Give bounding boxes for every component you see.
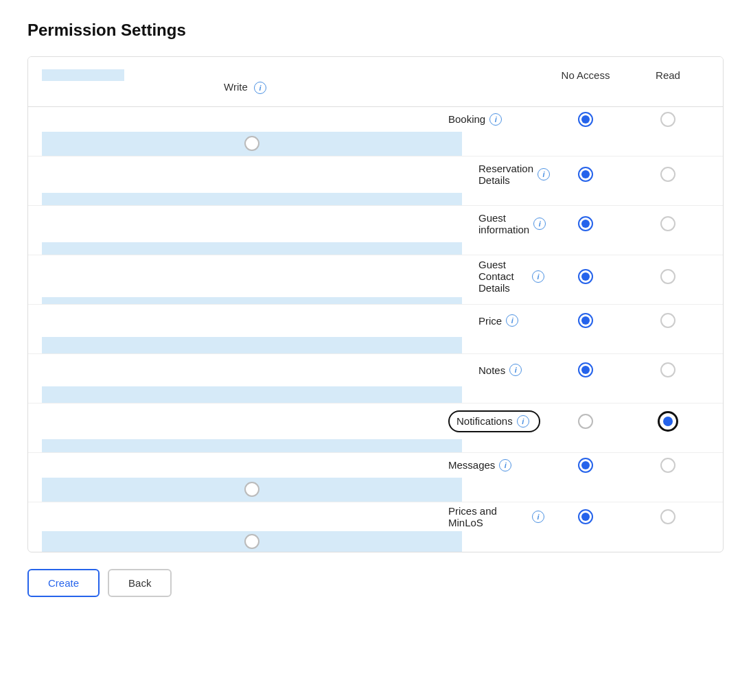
guest-info-write bbox=[42, 242, 462, 255]
radio-booking-read[interactable] bbox=[660, 112, 675, 127]
row-booking-label: Booking i bbox=[448, 113, 544, 126]
header-read: Read bbox=[627, 69, 709, 81]
radio-notifications-no-access[interactable] bbox=[578, 414, 593, 429]
back-button[interactable]: Back bbox=[108, 569, 172, 597]
notifications-read[interactable] bbox=[627, 404, 709, 439]
notes-write bbox=[42, 386, 462, 404]
radio-reservation-read[interactable] bbox=[660, 167, 675, 182]
reservation-no-access[interactable] bbox=[544, 156, 627, 193]
radio-notes-no-access[interactable] bbox=[578, 362, 593, 377]
table-row: Guest Contact Details i bbox=[28, 255, 723, 305]
radio-booking-no-access[interactable] bbox=[578, 112, 593, 127]
radio-messages-no-access[interactable] bbox=[578, 458, 593, 473]
row-prices-minlos-label: Prices and MinLoS i bbox=[448, 505, 544, 528]
radio-guest-contact-no-access[interactable] bbox=[578, 269, 593, 284]
guest-info-read[interactable] bbox=[627, 206, 709, 242]
notes-no-access[interactable] bbox=[544, 354, 627, 386]
radio-guest-info-read[interactable] bbox=[660, 216, 675, 231]
footer-buttons: Create Back bbox=[27, 569, 724, 597]
messages-no-access[interactable] bbox=[544, 453, 627, 478]
table-row: Booking i bbox=[28, 107, 723, 156]
row-guest-contact-label: Guest Contact Details i bbox=[448, 259, 544, 294]
messages-write[interactable] bbox=[42, 478, 462, 502]
booking-read[interactable] bbox=[627, 107, 709, 132]
permission-table: No Access Read Write i Booking i Reserva… bbox=[27, 56, 724, 552]
table-row: Guest information i bbox=[28, 206, 723, 255]
radio-prices-minlos-write[interactable] bbox=[244, 534, 259, 549]
notifications-write bbox=[42, 439, 462, 453]
radio-booking-write[interactable] bbox=[244, 136, 259, 151]
row-price-label: Price i bbox=[448, 314, 544, 327]
prices-minlos-no-access[interactable] bbox=[544, 502, 627, 531]
write-info-icon[interactable]: i bbox=[254, 82, 266, 94]
guest-contact-info-icon[interactable]: i bbox=[532, 270, 544, 283]
booking-no-access[interactable] bbox=[544, 107, 627, 132]
radio-notifications-read[interactable] bbox=[658, 411, 678, 432]
radio-prices-minlos-read[interactable] bbox=[660, 509, 675, 524]
header-write: Write i bbox=[42, 81, 448, 94]
page-title: Permission Settings bbox=[27, 21, 724, 40]
messages-read[interactable] bbox=[627, 453, 709, 478]
radio-guest-contact-read[interactable] bbox=[660, 269, 675, 284]
table-row: Price i bbox=[28, 305, 723, 354]
row-notifications-label: Notifications i bbox=[448, 410, 544, 432]
prices-minlos-read[interactable] bbox=[627, 502, 709, 531]
header-label-col bbox=[448, 69, 544, 81]
booking-info-icon[interactable]: i bbox=[489, 113, 502, 126]
price-read[interactable] bbox=[627, 305, 709, 337]
price-info-icon[interactable]: i bbox=[506, 314, 518, 327]
table-row: Reservation Details i bbox=[28, 156, 723, 206]
booking-write[interactable] bbox=[42, 132, 462, 156]
radio-notes-read[interactable] bbox=[660, 362, 675, 377]
prices-minlos-info-icon[interactable]: i bbox=[532, 511, 544, 523]
radio-price-read[interactable] bbox=[660, 313, 675, 328]
reservation-read[interactable] bbox=[627, 156, 709, 193]
guest-contact-no-access[interactable] bbox=[544, 255, 627, 297]
radio-messages-read[interactable] bbox=[660, 458, 675, 473]
guest-info-no-access[interactable] bbox=[544, 206, 627, 242]
create-button[interactable]: Create bbox=[27, 569, 100, 597]
prices-minlos-write[interactable] bbox=[42, 531, 462, 552]
messages-info-icon[interactable]: i bbox=[499, 459, 511, 471]
radio-guest-info-no-access[interactable] bbox=[578, 216, 593, 231]
radio-price-no-access[interactable] bbox=[578, 313, 593, 328]
header-no-access: No Access bbox=[544, 69, 627, 81]
price-no-access[interactable] bbox=[544, 305, 627, 337]
table-row-notifications: Notifications i bbox=[28, 404, 723, 453]
table-row: Notes i bbox=[28, 354, 723, 404]
guest-contact-read[interactable] bbox=[627, 255, 709, 297]
row-notes-label: Notes i bbox=[448, 364, 544, 376]
row-messages-label: Messages i bbox=[448, 459, 544, 471]
table-row: Messages i bbox=[28, 453, 723, 502]
reservation-write bbox=[42, 193, 462, 206]
row-guest-info-label: Guest information i bbox=[448, 212, 544, 235]
table-header: No Access Read Write i bbox=[28, 57, 723, 107]
notes-info-icon[interactable]: i bbox=[509, 364, 522, 376]
radio-messages-write[interactable] bbox=[244, 482, 259, 497]
radio-prices-minlos-no-access[interactable] bbox=[578, 509, 593, 524]
price-write bbox=[42, 337, 462, 354]
radio-reservation-no-access[interactable] bbox=[578, 167, 593, 182]
notes-read[interactable] bbox=[627, 354, 709, 386]
guest-contact-write bbox=[42, 297, 462, 304]
notifications-info-icon[interactable]: i bbox=[517, 415, 529, 428]
notifications-no-access[interactable] bbox=[544, 404, 627, 439]
table-row: Prices and MinLoS i bbox=[28, 502, 723, 552]
row-reservation-details-label: Reservation Details i bbox=[448, 163, 544, 186]
